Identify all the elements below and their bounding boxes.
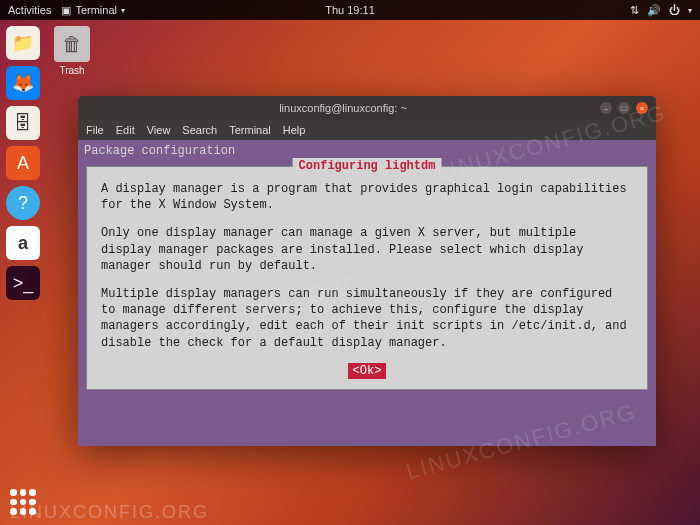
top-bar: Activities ▣ Terminal ▾ Thu 19:11 ⇅ 🔊 ⏻ …	[0, 0, 700, 20]
activities-button[interactable]: Activities	[8, 4, 51, 16]
menu-help[interactable]: Help	[283, 124, 306, 136]
menu-search[interactable]: Search	[182, 124, 217, 136]
menu-view[interactable]: View	[147, 124, 171, 136]
minimize-button[interactable]: –	[600, 102, 612, 114]
package-config-header: Package configuration	[84, 144, 650, 158]
terminal-icon: ▣	[61, 4, 71, 17]
volume-icon[interactable]: 🔊	[647, 4, 661, 17]
launcher-dock: 📁 🦊 🗄 A ? a >_	[6, 26, 40, 300]
files-icon[interactable]: 📁	[6, 26, 40, 60]
dialog-title: Configuring lightdm	[293, 158, 442, 174]
terminal-app-icon[interactable]: >_	[6, 266, 40, 300]
debconf-dialog: Configuring lightdm A display manager is…	[86, 166, 648, 390]
clock[interactable]: Thu 19:11	[325, 4, 375, 16]
chevron-down-icon: ▾	[688, 6, 692, 15]
menu-terminal[interactable]: Terminal	[229, 124, 271, 136]
trash-label: Trash	[54, 65, 90, 76]
software-center-icon[interactable]: A	[6, 146, 40, 180]
terminal-window: linuxconfig@linuxconfig: ~ – □ × File Ed…	[78, 96, 656, 446]
chevron-down-icon: ▾	[121, 6, 125, 15]
dialog-paragraph: A display manager is a program that prov…	[101, 181, 633, 213]
network-icon[interactable]: ⇅	[630, 4, 639, 17]
window-title: linuxconfig@linuxconfig: ~	[86, 102, 600, 114]
show-applications-button[interactable]	[10, 489, 36, 515]
trash-icon: 🗑	[54, 26, 90, 62]
files-app-icon[interactable]: 🗄	[6, 106, 40, 140]
amazon-icon[interactable]: a	[6, 226, 40, 260]
app-menu[interactable]: ▣ Terminal ▾	[55, 4, 131, 17]
dialog-paragraph: Only one display manager can manage a gi…	[101, 225, 633, 274]
firefox-icon[interactable]: 🦊	[6, 66, 40, 100]
app-menu-label: Terminal	[75, 4, 117, 16]
menu-edit[interactable]: Edit	[116, 124, 135, 136]
dialog-paragraph: Multiple display managers can run simult…	[101, 286, 633, 351]
watermark-text: LINUXCONFIG.ORG	[10, 502, 209, 523]
trash-desktop-icon[interactable]: 🗑 Trash	[54, 26, 90, 76]
power-icon[interactable]: ⏻	[669, 4, 680, 16]
terminal-body: Package configuration Configuring lightd…	[78, 140, 656, 446]
menu-file[interactable]: File	[86, 124, 104, 136]
terminal-menubar: File Edit View Search Terminal Help	[78, 120, 656, 140]
maximize-button[interactable]: □	[618, 102, 630, 114]
close-button[interactable]: ×	[636, 102, 648, 114]
help-icon[interactable]: ?	[6, 186, 40, 220]
ok-button[interactable]: <Ok>	[348, 363, 386, 379]
window-titlebar[interactable]: linuxconfig@linuxconfig: ~ – □ ×	[78, 96, 656, 120]
